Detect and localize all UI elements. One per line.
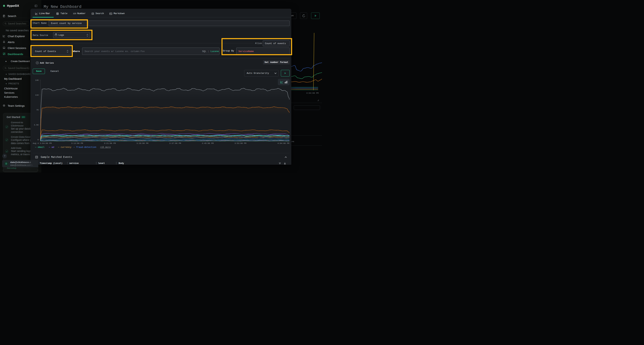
svg-text:4:04:00 PM: 4:04:00 PM [278, 142, 289, 144]
svg-text:3:21:00 PM: 3:21:00 PM [104, 142, 116, 144]
svg-text:0: 0 [38, 139, 39, 141]
svg-text:3:13:00 PM: 3:13:00 PM [71, 142, 83, 144]
svg-text:3:29:00 PM: 3:29:00 PM [136, 142, 148, 144]
svg-text:14K: 14K [35, 79, 39, 81]
svg-text:11K: 11K [35, 94, 39, 96]
svg-text:Aug 4 3:04:00 PM: Aug 4 3:04:00 PM [33, 142, 52, 144]
svg-text:7K: 7K [36, 109, 39, 111]
svg-text:3.5K: 3.5K [34, 124, 39, 126]
svg-text:3:45:00 PM: 3:45:00 PM [202, 142, 214, 144]
svg-text:3:53:00 PM: 3:53:00 PM [234, 142, 246, 144]
svg-text:3:37:00 PM: 3:37:00 PM [169, 142, 181, 144]
